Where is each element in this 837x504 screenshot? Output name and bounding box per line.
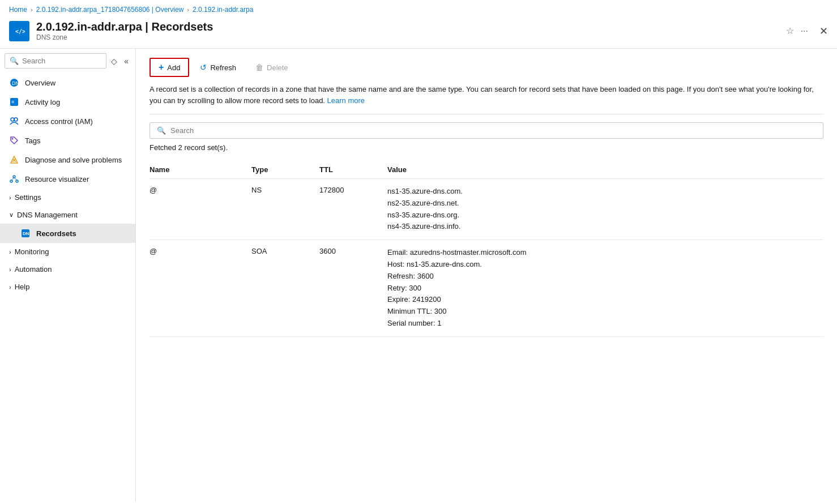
record-name: @	[150, 240, 251, 337]
col-header-ttl: TTL	[319, 161, 387, 179]
delete-label: Delete	[267, 63, 288, 72]
refresh-button[interactable]: ↺ Refresh	[191, 59, 245, 76]
col-header-value: Value	[387, 161, 823, 179]
info-text-content: A record set is a collection of records …	[150, 85, 814, 105]
records-search-input[interactable]	[170, 126, 816, 135]
search-icon: 🔍	[10, 57, 19, 65]
records-search-box[interactable]: 🔍	[150, 122, 823, 139]
table-row[interactable]: @SOA3600Email: azuredns-hostmaster.micro…	[150, 240, 823, 337]
sidebar-label-activity-log: Activity log	[25, 98, 60, 106]
delete-button[interactable]: 🗑 Delete	[247, 59, 297, 76]
svg-text:DNS: DNS	[23, 231, 30, 236]
sidebar-label-resource-visualizer: Resource visualizer	[25, 175, 89, 183]
sidebar-item-activity-log[interactable]: ≡ Activity log	[0, 92, 135, 112]
resource-icon: </>	[9, 21, 29, 41]
refresh-icon: ↺	[200, 63, 207, 72]
sidebar: 🔍 ◇ « DNS Overview ≡ Activity log	[0, 49, 136, 502]
record-ttl: 3600	[319, 240, 387, 337]
diagnose-icon	[9, 155, 19, 165]
page-header: </> 2.0.192.in-addr.arpa | Recordsets DN…	[0, 17, 837, 49]
records-search-icon: 🔍	[157, 126, 166, 135]
sidebar-label-tags: Tags	[25, 136, 40, 145]
sidebar-label-dns-management: DNS Management	[17, 211, 78, 219]
more-options-icon[interactable]: ···	[801, 26, 808, 36]
svg-point-6	[11, 118, 14, 121]
records-table: Name Type TTL Value @NS172800ns1-35.azur…	[150, 161, 823, 337]
iam-icon	[9, 116, 19, 126]
sidebar-label-automation: Automation	[15, 265, 52, 274]
svg-point-8	[12, 138, 14, 140]
refresh-label: Refresh	[210, 63, 236, 72]
table-row[interactable]: @NS172800ns1-35.azure-dns.com.ns2-35.azu…	[150, 179, 823, 240]
sidebar-item-overview[interactable]: DNS Overview	[0, 73, 135, 92]
record-type: SOA	[251, 240, 319, 337]
svg-line-15	[14, 178, 17, 180]
recordsets-icon: DNS	[20, 228, 31, 238]
breadcrumb-home[interactable]: Home	[9, 6, 27, 14]
record-ttl: 172800	[319, 179, 387, 240]
close-button[interactable]: ✕	[819, 25, 828, 37]
sidebar-nav: DNS Overview ≡ Activity log Ac	[0, 73, 135, 502]
filter-icon[interactable]: ◇	[109, 55, 119, 67]
toolbar: + Add ↺ Refresh 🗑 Delete	[150, 58, 823, 77]
svg-line-14	[11, 178, 14, 180]
delete-icon: 🗑	[255, 63, 263, 72]
tags-icon	[9, 135, 19, 146]
sidebar-label-monitoring: Monitoring	[15, 247, 49, 256]
sidebar-label-help: Help	[15, 283, 30, 291]
record-name: @	[150, 179, 251, 240]
monitoring-expand-icon: ›	[9, 249, 11, 255]
sidebar-search-box[interactable]: 🔍	[5, 53, 106, 69]
sidebar-group-automation[interactable]: › Automation	[0, 260, 135, 278]
col-header-name: Name	[150, 161, 251, 179]
dns-mgmt-collapse-icon: ∨	[9, 211, 14, 219]
overview-icon: DNS	[9, 78, 19, 88]
activity-log-icon: ≡	[9, 97, 19, 107]
svg-text:DNS: DNS	[12, 80, 19, 86]
svg-text:≡: ≡	[11, 99, 14, 105]
fetched-count: Fetched 2 record set(s).	[150, 143, 823, 152]
sidebar-item-tags[interactable]: Tags	[0, 131, 135, 150]
sidebar-label-diagnose: Diagnose and solve problems	[25, 156, 122, 164]
favorite-icon[interactable]: ☆	[786, 25, 794, 36]
svg-point-11	[13, 176, 15, 178]
sidebar-search-input[interactable]	[22, 57, 101, 65]
help-expand-icon: ›	[9, 284, 11, 291]
sidebar-label-overview: Overview	[25, 79, 55, 87]
sidebar-group-dns-management[interactable]: ∨ DNS Management	[0, 206, 135, 224]
breadcrumb-overview[interactable]: 2.0.192.in-addr.arpa_1718047656806 | Ove…	[36, 6, 184, 14]
sidebar-item-diagnose[interactable]: Diagnose and solve problems	[0, 150, 135, 169]
main-content: + Add ↺ Refresh 🗑 Delete A record set is…	[136, 49, 837, 502]
record-type: NS	[251, 179, 319, 240]
svg-point-13	[16, 180, 18, 182]
sidebar-group-help[interactable]: › Help	[0, 278, 135, 296]
automation-expand-icon: ›	[9, 266, 11, 273]
add-button[interactable]: + Add	[150, 58, 189, 77]
sidebar-label-recordsets: Recordsets	[36, 229, 76, 238]
sidebar-item-iam[interactable]: Access control (IAM)	[0, 112, 135, 131]
settings-expand-icon: ›	[9, 194, 11, 201]
sidebar-item-resource-visualizer[interactable]: Resource visualizer	[0, 169, 135, 189]
sidebar-item-recordsets[interactable]: DNS Recordsets	[0, 224, 135, 243]
sidebar-group-monitoring[interactable]: › Monitoring	[0, 243, 135, 260]
svg-point-7	[14, 118, 18, 121]
page-title: 2.0.192.in-addr.arpa | Recordsets	[36, 20, 779, 33]
sidebar-group-settings[interactable]: › Settings	[0, 189, 135, 206]
col-header-type: Type	[251, 161, 319, 179]
resource-type: DNS zone	[36, 33, 779, 41]
learn-more-link[interactable]: Learn more	[327, 96, 365, 105]
resource-visualizer-icon	[9, 174, 19, 184]
sidebar-label-settings: Settings	[15, 193, 41, 202]
breadcrumb-current[interactable]: 2.0.192.in-addr.arpa	[193, 6, 253, 14]
svg-text:</>: </>	[15, 28, 25, 35]
add-icon: +	[159, 62, 164, 72]
record-value: ns1-35.azure-dns.com.ns2-35.azure-dns.ne…	[387, 179, 823, 240]
breadcrumb: Home › 2.0.192.in-addr.arpa_171804765680…	[0, 0, 837, 17]
collapse-sidebar-icon[interactable]: «	[122, 55, 131, 67]
info-description: A record set is a collection of records …	[150, 84, 823, 114]
add-label: Add	[167, 63, 180, 72]
record-value: Email: azuredns-hostmaster.microsoft.com…	[387, 240, 823, 337]
svg-point-12	[10, 180, 12, 182]
sidebar-label-iam: Access control (IAM)	[25, 117, 93, 126]
